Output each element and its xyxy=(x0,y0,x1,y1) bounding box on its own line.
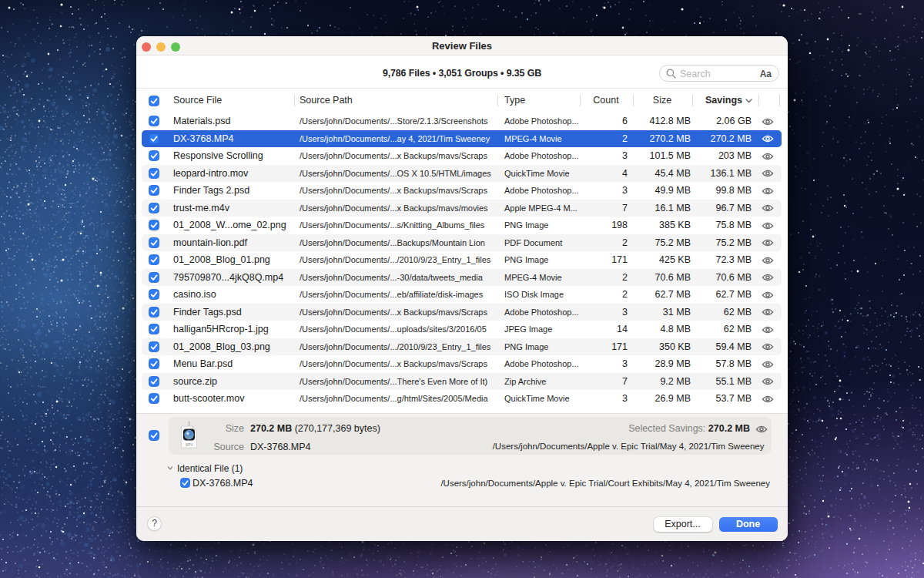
svg-text:MP4: MP4 xyxy=(185,443,192,447)
